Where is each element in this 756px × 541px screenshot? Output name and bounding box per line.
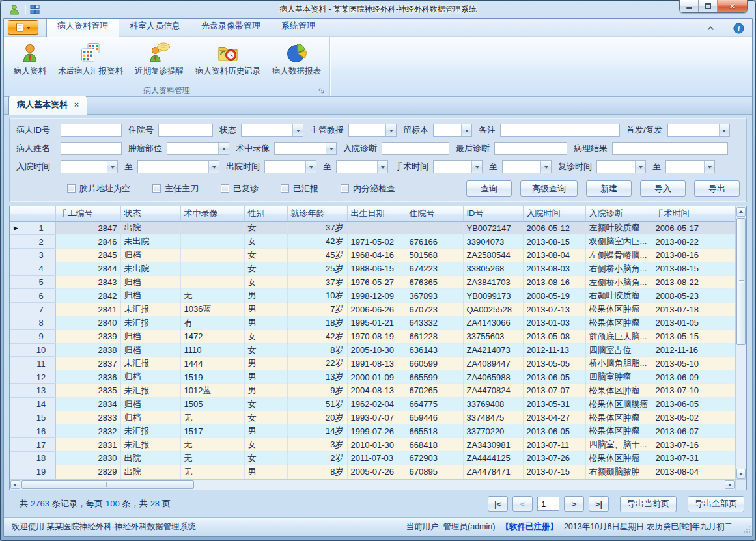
last-page-button[interactable]: >|: [589, 496, 609, 512]
row-selector-cell[interactable]: [10, 303, 27, 316]
row-selector-cell[interactable]: [10, 275, 27, 289]
ribbon-tab-1[interactable]: 病人资料管理: [46, 18, 119, 37]
table-row[interactable]: 152833归档无女20岁1993-07-0765944633748475201…: [10, 411, 735, 424]
checkbox-box-icon[interactable]: [67, 184, 76, 193]
resize-grip-icon[interactable]: [743, 525, 751, 535]
table-row[interactable]: 72841未汇报1036蓝男7岁2006-06-26670723QA002552…: [10, 303, 735, 316]
horizontal-scrollbar[interactable]: [10, 479, 735, 490]
column-header-就诊年龄[interactable]: 就诊年龄: [287, 206, 347, 221]
dropdown-arrow-icon[interactable]: [326, 143, 336, 154]
column-header-出生日期[interactable]: 出生日期: [347, 206, 406, 221]
dropdown-arrow-icon[interactable]: [377, 161, 387, 173]
table-row[interactable]: 172831未汇报无女3岁2010-01-30668418ZA343098120…: [10, 438, 735, 452]
dropdown-arrow-icon[interactable]: [719, 124, 729, 136]
checkbox-内分泌检查[interactable]: 内分泌检查: [341, 183, 395, 195]
row-selector-cell[interactable]: [10, 329, 27, 343]
dropdown-arrow-icon[interactable]: [540, 161, 551, 173]
column-header-住院号[interactable]: 住院号: [406, 206, 463, 221]
dropdown-select[interactable]: [665, 160, 715, 173]
table-row[interactable]: 132835未汇报1012蓝男9岁2004-08-13670265ZA44708…: [10, 384, 735, 398]
row-selector-cell[interactable]: [10, 452, 27, 465]
ribbon-button[interactable]: 病人资料历史记录: [189, 39, 266, 85]
row-selector-cell[interactable]: [10, 438, 27, 452]
dropdown-select[interactable]: [596, 160, 646, 173]
text-input[interactable]: [494, 142, 567, 155]
row-selector-cell[interactable]: [10, 384, 27, 398]
column-header-blank[interactable]: [27, 206, 55, 221]
row-selector-cell[interactable]: [10, 262, 27, 275]
help-info-icon[interactable]: i: [733, 23, 744, 34]
column-header-ID号[interactable]: ID号: [463, 206, 523, 221]
table-row[interactable]: 182830出院无女2岁2011-07-03672903ZA4444125201…: [10, 452, 735, 465]
row-selector-cell[interactable]: [10, 249, 27, 262]
checkbox-主任主刀[interactable]: 主任主刀: [152, 183, 199, 195]
dropdown-select[interactable]: [433, 124, 472, 137]
checkbox-已汇报[interactable]: 已汇报: [281, 183, 318, 195]
checkbox-box-icon[interactable]: [152, 184, 161, 193]
vertical-scrollbar[interactable]: [735, 206, 746, 479]
row-selector-cell[interactable]: [10, 411, 27, 424]
row-selector-cell[interactable]: [10, 370, 27, 384]
row-selector-cell[interactable]: [10, 357, 27, 370]
action-button-查询[interactable]: 查询: [466, 180, 512, 197]
dropdown-select[interactable]: [502, 160, 552, 173]
dialog-launcher-icon[interactable]: [317, 87, 326, 95]
dropdown-arrow-icon[interactable]: [385, 124, 396, 136]
action-button-高级查询[interactable]: 高级查询: [520, 180, 578, 197]
table-row[interactable]: 62842归档无男10岁1998-12-09367893YB0099173200…: [10, 289, 735, 303]
table-row[interactable]: ▶12847出院女37岁YB00721472006-05-12左额叶胶质瘤200…: [10, 221, 735, 235]
dropdown-arrow-icon[interactable]: [305, 161, 316, 173]
text-input[interactable]: [500, 124, 620, 137]
first-page-button[interactable]: |<: [488, 496, 508, 512]
row-selector-cell[interactable]: [10, 424, 27, 438]
application-menu-button[interactable]: [8, 20, 38, 35]
text-input[interactable]: [158, 124, 213, 137]
window-layout-icon[interactable]: [30, 5, 40, 14]
dropdown-arrow-icon[interactable]: [635, 161, 645, 173]
prev-page-button[interactable]: <: [512, 496, 533, 512]
dropdown-arrow-icon[interactable]: [292, 124, 303, 136]
ribbon-button[interactable]: 术后病人汇报资料: [52, 39, 129, 85]
column-header-入院时间[interactable]: 入院时间: [523, 206, 585, 221]
action-button-导入[interactable]: 导入: [640, 180, 686, 197]
ribbon-button[interactable]: 近期复诊提醒: [129, 39, 189, 85]
column-header-手工编号[interactable]: 手工编号: [55, 206, 120, 221]
table-row[interactable]: 92839归档1472女42岁1970-08-19661228337556032…: [10, 329, 735, 343]
collapse-ribbon-chevron-icon[interactable]: [707, 25, 715, 31]
table-row[interactable]: 42844未出院女25岁1988-06-15674223338052682013…: [10, 262, 735, 275]
maximize-button[interactable]: [699, 0, 718, 12]
table-row[interactable]: 22846未出院女42岁1971-05-02676166339040732013…: [10, 235, 735, 249]
text-input[interactable]: [612, 142, 728, 155]
registered-link[interactable]: 【软件已注册】: [501, 521, 558, 533]
column-header-性别[interactable]: 性别: [244, 206, 287, 221]
column-header-入院诊断[interactable]: 入院诊断: [585, 206, 652, 221]
checkbox-box-icon[interactable]: [221, 184, 229, 193]
table-row[interactable]: 112837未汇报1444男22岁1991-08-13660599ZA40894…: [10, 357, 735, 370]
row-selector-cell[interactable]: [10, 343, 27, 357]
column-header-blank[interactable]: [10, 206, 27, 221]
close-button[interactable]: ✕: [718, 0, 747, 12]
row-selector-cell[interactable]: [10, 397, 27, 411]
dropdown-arrow-icon[interactable]: [218, 143, 229, 154]
horizontal-scroll-thumb[interactable]: [21, 480, 194, 489]
ribbon-tab-3[interactable]: 光盘录像带管理: [191, 18, 271, 36]
tab-patient-basic-data[interactable]: 病人基本资料 ×: [8, 96, 87, 115]
row-selector-cell[interactable]: [10, 465, 27, 479]
dropdown-select[interactable]: [433, 160, 483, 173]
checkbox-胶片地址为空[interactable]: 胶片地址为空: [67, 183, 130, 195]
export-current-page-button[interactable]: 导出当前页: [620, 496, 677, 512]
row-selector-cell[interactable]: [10, 235, 27, 249]
row-selector-cell[interactable]: [10, 289, 27, 303]
dropdown-select[interactable]: [274, 142, 337, 155]
ribbon-tab-2[interactable]: 科室人员信息: [119, 18, 191, 36]
table-row[interactable]: 82840未汇报有男18岁1995-01-21643332ZA414306620…: [10, 316, 735, 330]
column-header-术中录像[interactable]: 术中录像: [180, 206, 244, 221]
text-input[interactable]: [382, 142, 449, 155]
table-row[interactable]: 32845归档女45岁1968-04-16501568ZA25805442013…: [10, 249, 735, 262]
action-button-新建[interactable]: 新建: [586, 180, 632, 197]
row-selector-arrow-icon[interactable]: ▶: [10, 221, 27, 235]
row-selector-cell[interactable]: [10, 316, 27, 330]
text-input[interactable]: [61, 124, 122, 137]
scroll-down-arrow-icon[interactable]: [736, 469, 746, 479]
checkbox-box-icon[interactable]: [341, 184, 349, 193]
